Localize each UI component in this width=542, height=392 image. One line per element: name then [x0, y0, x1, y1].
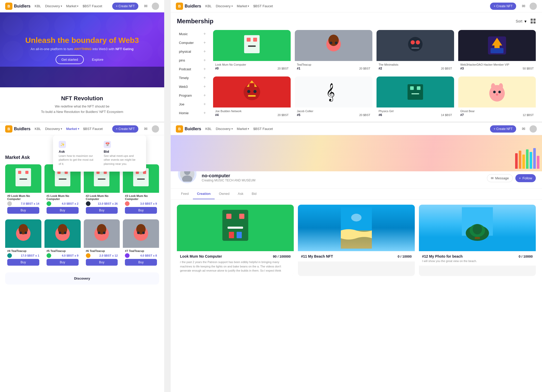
follow-button[interactable]: + Follow [515, 174, 536, 182]
market-arrow: ▾ [77, 5, 78, 7]
cat-web3[interactable]: Web3 + [177, 83, 208, 90]
profile-actions: ✉ Message + Follow [487, 174, 536, 184]
sort-button[interactable]: Sort [516, 19, 522, 23]
tab-owned[interactable]: Owned [215, 189, 234, 199]
cat-timely[interactable]: Timely + [177, 74, 208, 82]
nft-card-2[interactable]: The Minimalists #2 20 $BST [377, 30, 454, 72]
q3-email-icon[interactable]: ✉ [142, 126, 149, 132]
q3-nav-bst[interactable]: $BST Faucet [83, 127, 103, 131]
q4-nav-bst[interactable]: $BST Faucet [253, 127, 273, 131]
buy-btn-1[interactable]: Buy [47, 207, 79, 214]
user-avatar[interactable] [152, 3, 159, 10]
buy-btn-0[interactable]: Buy [7, 207, 39, 214]
svg-point-50 [25, 232, 27, 234]
q2-nav-bst[interactable]: $BST Faucet [253, 4, 273, 8]
tab-creation[interactable]: Creation [193, 189, 215, 199]
market-nft-1[interactable]: #1 Look Mum No Computer 4.0 $BST x 2 Buy [44, 164, 81, 215]
q3-nav-discovery[interactable]: Discovery ▾ [45, 127, 62, 131]
tab-feed[interactable]: Feed [177, 189, 193, 199]
nft-card-4[interactable]: Joe Budden Network #4 20 $BST [213, 76, 291, 119]
grid-view-icon[interactable] [531, 19, 536, 24]
svg-rect-3 [248, 45, 256, 47]
svg-point-18 [253, 90, 257, 93]
svg-rect-31 [16, 168, 31, 186]
email-icon[interactable]: ✉ [142, 3, 149, 9]
tab-bid[interactable]: Bid [247, 189, 261, 199]
ask-desc: Learn how to maximize our platform to ge… [59, 154, 95, 166]
q2-brand-logo[interactable]: B Buidlers [176, 3, 201, 10]
q2-nav-market[interactable]: Market ▾ [237, 4, 249, 8]
market-nft-4[interactable]: #4 TealTeacup 17.0 $BST x 1 Buy [5, 219, 41, 267]
q3-nav-market[interactable]: Market ▾ [66, 127, 79, 131]
creation-card-ocean[interactable]: #11 My Beach NFT 0 / 10000 [298, 205, 415, 276]
q4-nav-kbl[interactable]: KBL [205, 127, 212, 131]
cat-program-plus: + [204, 93, 206, 98]
q4-brand-name: Buidlers [185, 127, 201, 131]
market-nft-2[interactable]: #2 Look Mum No Computer 13.0 $BST x 26 B… [84, 164, 120, 215]
cat-music[interactable]: Music + [177, 30, 208, 38]
nft-card-7[interactable]: Ghost Bear #7 12 $BST [458, 76, 536, 119]
q4-user-avatar[interactable] [530, 125, 537, 133]
market-bid-item[interactable]: 📅 Bid See what meet-ups and other events… [101, 138, 143, 168]
market-nft-5[interactable]: #5 TealTeacup 4.0 $BST x 9 Buy [44, 219, 81, 267]
q2-logo-icon: B [176, 3, 183, 10]
q2-email-icon[interactable]: ✉ [520, 3, 526, 9]
cat-homie[interactable]: Homie + [177, 109, 208, 117]
svg-point-5 [328, 35, 339, 46]
q4-nav-discovery[interactable]: Discovery ▾ [216, 127, 233, 131]
buy-btn-2[interactable]: Buy [86, 207, 118, 214]
tab-ask[interactable]: Ask [234, 189, 248, 199]
q3-create-nft-button[interactable]: + Create NFT [112, 125, 138, 133]
brand-logo[interactable]: B Buidlers [5, 3, 31, 10]
market-ask-item[interactable]: ✨ Ask Learn how to maximize our platform… [56, 138, 98, 168]
buy-btn-3[interactable]: Buy [125, 207, 157, 214]
nav-discovery[interactable]: Discovery ▾ [45, 4, 62, 8]
cat-joe[interactable]: Joe + [177, 100, 208, 108]
get-started-button[interactable]: Get started [56, 55, 84, 64]
buy-btn-4[interactable]: Buy [7, 259, 39, 266]
buy-btn-7[interactable]: Buy [125, 259, 157, 266]
cat-podcast[interactable]: Podcast + [177, 65, 208, 73]
cat-pins[interactable]: pins + [177, 56, 208, 64]
q2-nav-discovery[interactable]: Discovery ▾ [216, 4, 233, 8]
creation-card-look-computer[interactable]: Look Mum No Computer 90 / 100000 r the p… [177, 205, 294, 276]
buy-btn-5[interactable]: Buy [47, 259, 79, 266]
creation-card-island[interactable]: #12 My Photo for beach 0 / 10000 I will … [419, 205, 536, 276]
nav-kbl[interactable]: KBL [35, 4, 41, 8]
q4-email-icon[interactable]: ✉ [520, 126, 526, 132]
create-nft-button[interactable]: + Create NFT [112, 3, 138, 10]
market-nft-0[interactable]: #0 Look Mum No Computer 7.0 $BST x 14 Bu… [5, 164, 41, 215]
cat-physical[interactable]: physical + [177, 48, 208, 55]
q4-brand-logo[interactable]: B Buidlers [176, 125, 201, 133]
q3-nav-kbl[interactable]: KBL [35, 127, 41, 131]
cat-pins-plus: + [204, 58, 206, 63]
island-nft-name: #12 My Photo for beach [422, 254, 463, 258]
svg-point-62 [142, 232, 145, 234]
q1-landing: B Buidlers KBL Discovery ▾ Market ▾ $BST… [0, 0, 164, 121]
message-button[interactable]: ✉ Message [487, 174, 513, 182]
membership-header: Membership Sort ▾ [177, 18, 536, 25]
cat-computer[interactable]: Computer + [177, 39, 208, 47]
nav-market[interactable]: Market ▾ [66, 4, 79, 8]
q3-user-avatar[interactable] [152, 125, 159, 133]
nft-card-1[interactable]: TealTeacup #1 20 $BST [295, 30, 372, 72]
explore-button[interactable]: Explore [87, 55, 109, 64]
nft-card-6[interactable]: Physics Girl #6 14 $BST [377, 76, 454, 119]
market-nft-6[interactable]: #6 TealTeacup 2.0 $BST x 12 Buy [84, 219, 120, 267]
q2-user-avatar[interactable] [530, 3, 537, 10]
q2-nav-kbl[interactable]: KBL [205, 4, 212, 8]
q2-create-nft-button[interactable]: + Create NFT [490, 3, 516, 10]
cat-program[interactable]: Program + [177, 91, 208, 99]
market-nft-3[interactable]: #3 Look Mum No Computer 3.0 $BST x 9 Buy [123, 164, 159, 215]
svg-point-29 [498, 91, 501, 93]
nft-card-5[interactable]: 𝄞 Jacob Collier #5 20 $BST [295, 76, 372, 119]
buy-btn-6[interactable]: Buy [86, 259, 118, 266]
market-nft-7[interactable]: #7 TealTeacup 4.0 $BST x 8 Buy [123, 219, 159, 267]
q4-create-nft-button[interactable]: + Create NFT [490, 125, 516, 133]
q4-nav-market[interactable]: Market ▾ [237, 127, 249, 131]
nav-bst-faucet[interactable]: $BST Faucet [82, 4, 102, 8]
nft-card-3[interactable]: Web3HackerDAO Hacker Member VIP #3 50 $B… [458, 30, 536, 72]
nft-card-0[interactable]: Look Mum No Computer #0 20 $BST [213, 30, 291, 72]
q3-brand-logo[interactable]: B Buidlers [5, 125, 31, 133]
profile-banner [171, 135, 542, 171]
